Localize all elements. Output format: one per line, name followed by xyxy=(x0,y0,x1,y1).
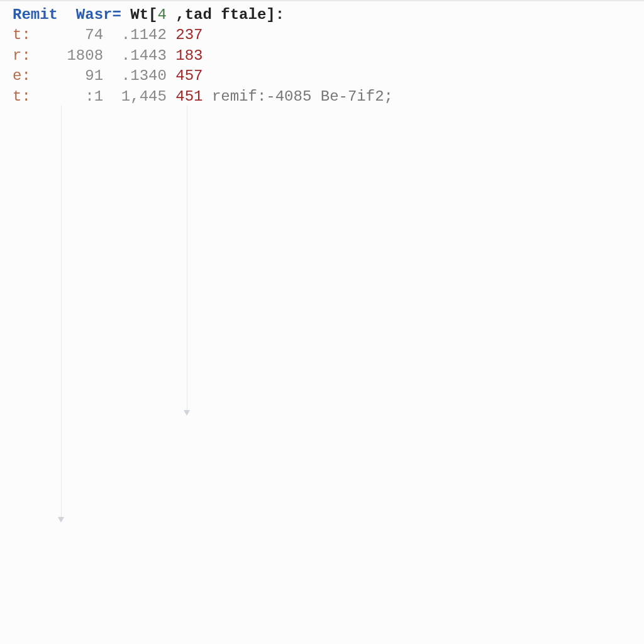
header-keyword-wasr: Wasr= xyxy=(76,6,121,23)
chevron-down-icon xyxy=(58,517,64,523)
header-keyword-remit: Remit xyxy=(13,6,58,23)
row-col1: 91 xyxy=(58,67,103,84)
vertical-guide-line xyxy=(61,105,62,520)
row-label: t: xyxy=(13,26,31,43)
row-col1: 1808 xyxy=(58,47,103,64)
row-col3: 237 xyxy=(175,26,203,43)
data-row: r: 1808 .1443 183 xyxy=(13,46,644,66)
header-keyword-tad: tad xyxy=(185,6,212,23)
data-row: t: 74 .1142 237 xyxy=(13,25,644,45)
header-close: ]: xyxy=(266,6,284,23)
header-row: Remit Wasr= Wt[4 ,tad ftale]: xyxy=(13,5,644,25)
row-col1: :1 xyxy=(58,88,103,105)
row-label: t: xyxy=(13,88,31,105)
header-comma: , xyxy=(167,6,185,23)
header-wt-open: Wt[ xyxy=(130,6,157,23)
row-col3: 183 xyxy=(175,47,203,64)
text-output-panel: Remit Wasr= Wt[4 ,tad ftale]: t: 74 .114… xyxy=(0,1,644,107)
row-label: r: xyxy=(13,47,31,64)
row-col1: 74 xyxy=(58,26,103,43)
vertical-guide-line xyxy=(187,105,187,413)
row-tail: remif:-4085 Be-7if2; xyxy=(203,88,393,105)
row-col2: .1142 xyxy=(121,26,167,43)
data-row: t: :1 1,445 451 remif:-4085 Be-7if2; xyxy=(13,87,644,107)
row-col2: 1,445 xyxy=(121,88,167,105)
row-col3: 451 xyxy=(175,88,203,105)
header-number: 4 xyxy=(157,6,166,23)
row-col2: .1443 xyxy=(121,47,167,64)
row-label: e: xyxy=(13,67,31,84)
chevron-down-icon xyxy=(184,410,190,416)
header-keyword-ftale: ftale xyxy=(221,6,266,23)
row-col2: .1340 xyxy=(121,67,167,84)
row-col3: 457 xyxy=(175,67,203,84)
data-row: e: 91 .1340 457 xyxy=(13,66,644,86)
